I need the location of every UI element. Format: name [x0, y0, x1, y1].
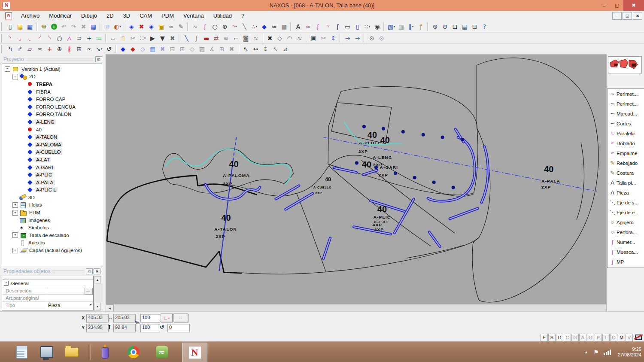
show-hidden-icons[interactable]: ▲: [584, 350, 588, 354]
measure-vertical-icon[interactable]: ⇕: [261, 44, 270, 54]
mode-button-s[interactable]: S: [548, 334, 556, 341]
wave-tool-icon[interactable]: ≈: [269, 22, 279, 31]
scale-table-tool-icon[interactable]: ≔: [94, 33, 104, 43]
menu-3d[interactable]: 3D: [118, 11, 135, 20]
arc-magenta-icon[interactable]: ◝: [323, 22, 333, 31]
tool-empalme[interactable]: ≈Empalme: [608, 148, 644, 158]
mode-button-v[interactable]: V: [626, 334, 633, 341]
link-tool-icon[interactable]: ∞: [221, 33, 231, 43]
mode-button-o[interactable]: O: [587, 334, 594, 341]
corner-arc-sw-icon[interactable]: ◟: [25, 33, 35, 43]
property-value-input[interactable]: [47, 295, 93, 301]
zoom-window-icon[interactable]: ⊡: [450, 22, 460, 31]
cross-move-icon[interactable]: +: [84, 33, 94, 43]
scroll-down-icon[interactable]: ▼: [94, 303, 101, 310]
new-document-icon[interactable]: ▯: [5, 22, 15, 31]
rotate-tool-icon[interactable]: ↺: [104, 44, 114, 54]
menu--[interactable]: ?: [237, 11, 249, 20]
function-tool-icon[interactable]: ƒ: [416, 22, 426, 31]
wave-magenta-icon[interactable]: ≈: [303, 22, 313, 31]
menu-pdm[interactable]: PDM: [157, 11, 179, 20]
wave-plus-icon[interactable]: ≈: [295, 33, 304, 43]
paste-icon[interactable]: ▯: [118, 33, 128, 43]
spline-magenta-icon[interactable]: ʃ: [313, 22, 323, 31]
mode-button-l[interactable]: L: [602, 334, 610, 341]
star-point-icon[interactable]: ✖: [265, 33, 275, 43]
calculator-tool-icon[interactable]: ▦: [148, 44, 158, 54]
axes-button[interactable]: ∟≡: [161, 313, 173, 322]
corner-tool-1-icon[interactable]: ↰: [5, 44, 15, 54]
tree-item-forro-cap[interactable]: FORRO CAP: [2, 95, 102, 103]
ellipse-icon[interactable]: ○: [55, 33, 64, 43]
cut-scissors-icon[interactable]: ✂: [128, 33, 138, 43]
undo-icon[interactable]: ↶: [59, 22, 69, 31]
corner-arc-nw-icon[interactable]: ◜: [35, 33, 45, 43]
restore-button[interactable]: ◱: [611, 0, 623, 11]
panel-grip[interactable]: [52, 270, 84, 273]
tree-item-capas-actual-agujeros-[interactable]: +Capas (actual Agujeros): [2, 246, 102, 254]
menu-2d[interactable]: 2D: [102, 11, 118, 20]
tree-item-a-cuello[interactable]: A-CUELLO: [2, 149, 102, 156]
properties-group-row[interactable]: − General: [2, 280, 93, 287]
tool-talla-pi-[interactable]: ATalla pi...: [608, 178, 644, 188]
tree-item-hojas[interactable]: +Hojas: [2, 201, 102, 209]
measure-horizontal-icon[interactable]: ↔: [251, 44, 261, 54]
mode-button-g[interactable]: G: [571, 334, 579, 341]
tool-paralela[interactable]: ≈Paralela: [608, 128, 644, 138]
cross-red-icon[interactable]: +: [45, 44, 55, 54]
menu-cam[interactable]: CAM: [135, 11, 157, 20]
taskbar-naxos-icon[interactable]: N: [182, 343, 207, 362]
save-icon[interactable]: ▦: [25, 22, 35, 31]
print-icon[interactable]: ⊟: [470, 22, 480, 31]
info-icon[interactable]: i: [49, 22, 59, 31]
magnify-icon[interactable]: ⊙: [367, 33, 377, 43]
mode-button-p[interactable]: P: [595, 334, 602, 341]
tool-agujero[interactable]: ○Agujero: [608, 217, 644, 227]
delete-piece-icon[interactable]: ✖: [137, 22, 146, 31]
cancel-icon[interactable]: ✖: [167, 33, 177, 43]
tree-expander-icon[interactable]: +: [12, 232, 18, 238]
piece-forward-icon[interactable]: ◆: [118, 44, 128, 54]
corner-arc-se-icon[interactable]: ◞: [15, 33, 25, 43]
tool-doblado[interactable]: ≈Doblado: [608, 138, 644, 148]
properties-icon[interactable]: ▦: [88, 22, 98, 31]
help-icon[interactable]: ?: [480, 22, 489, 31]
pointer-moves-icon[interactable]: ↖: [241, 44, 251, 54]
tool-cortes[interactable]: ∼Cortes: [608, 119, 644, 128]
tool-perimet-[interactable]: ∼Perimet...: [608, 89, 644, 99]
piece-delete-icon[interactable]: ◆: [128, 44, 138, 54]
network-signal-icon[interactable]: [604, 349, 611, 355]
corner-arc-ne-icon[interactable]: ◝: [5, 33, 15, 43]
open-file-icon[interactable]: ▤: [15, 22, 25, 31]
point-icon[interactable]: ⊕: [220, 22, 230, 31]
marker-red-icon[interactable]: ▬: [201, 33, 211, 43]
text-tool-icon[interactable]: A: [293, 22, 303, 31]
tree-item-fibra[interactable]: FIBRA: [2, 88, 102, 96]
play-icon[interactable]: ▶: [148, 33, 158, 43]
taskbar-computer-icon[interactable]: [34, 343, 59, 362]
corner-tool-2-icon[interactable]: ↱: [15, 44, 25, 54]
tool-eje-de-s-[interactable]: ⋱Eje de s...: [608, 198, 644, 207]
tree-item-versi-n-1-actual-[interactable]: −Versión 1 (Actual): [2, 65, 102, 73]
tool-mp[interactable]: ʃMP: [608, 257, 644, 267]
tree-expander-icon[interactable]: +: [12, 210, 18, 216]
collapse-icon[interactable]: −: [4, 281, 9, 286]
copy-icon[interactable]: ▱: [108, 33, 118, 43]
insert-piece-icon[interactable]: ◈: [127, 22, 137, 31]
mode-button-a[interactable]: A: [579, 334, 586, 341]
property-value-input[interactable]: ...: [47, 287, 93, 294]
close-button[interactable]: ✖: [623, 0, 644, 11]
tree-item-forro-talon[interactable]: FORRO TALON: [2, 111, 102, 119]
corner-arc-2-icon[interactable]: ◝: [45, 33, 55, 43]
scale-x-input[interactable]: 100: [140, 314, 160, 322]
line-icon[interactable]: ╲: [240, 22, 249, 31]
mirror-piece-icon[interactable]: ▣: [156, 22, 166, 31]
browse-button[interactable]: ...: [85, 288, 93, 295]
taskbar-candle-app-icon[interactable]: [93, 343, 117, 362]
tree-expander-icon[interactable]: +: [12, 202, 18, 208]
menu-ventana[interactable]: Ventana: [179, 11, 209, 20]
tool-rebajado[interactable]: ✎Rebajado: [608, 158, 644, 168]
delete-gray-icon[interactable]: ✖: [227, 44, 237, 54]
tree-item-3d[interactable]: 3D: [2, 194, 102, 201]
wave-2-icon[interactable]: ≈: [251, 33, 261, 43]
